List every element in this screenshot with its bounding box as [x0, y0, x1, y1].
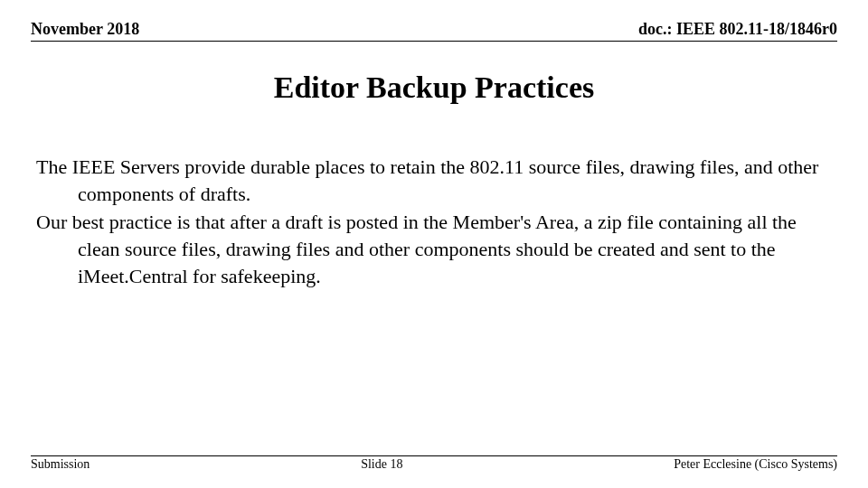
footer-right: Peter Ecclesine (Cisco Systems)	[674, 457, 837, 472]
slide-header: November 2018 doc.: IEEE 802.11-18/1846r…	[31, 20, 837, 42]
footer-line: Submission Slide 18 Peter Ecclesine (Cis…	[31, 455, 837, 472]
body-paragraph-2: Our best practice is that after a draft …	[36, 209, 832, 289]
header-doc-id: doc.: IEEE 802.11-18/1846r0	[638, 20, 837, 39]
slide-footer: Submission Slide 18 Peter Ecclesine (Cis…	[31, 455, 837, 472]
header-date: November 2018	[31, 20, 139, 39]
body-paragraph-1: The IEEE Servers provide durable places …	[36, 154, 832, 207]
footer-left: Submission	[31, 457, 90, 472]
slide-page: November 2018 doc.: IEEE 802.11-18/1846r…	[0, 0, 868, 488]
footer-center: Slide 18	[361, 457, 402, 472]
slide-body: The IEEE Servers provide durable places …	[31, 154, 837, 289]
slide-title: Editor Backup Practices	[31, 70, 837, 105]
